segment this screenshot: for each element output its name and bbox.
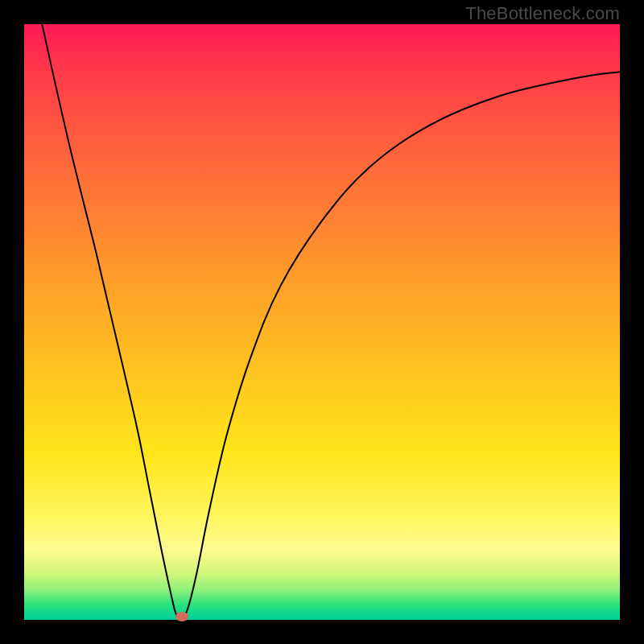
minimum-marker xyxy=(175,612,188,621)
plot-area xyxy=(24,24,620,620)
bottleneck-curve xyxy=(24,24,620,620)
watermark-text: TheBottleneck.com xyxy=(465,3,620,24)
chart-frame: TheBottleneck.com xyxy=(0,0,644,644)
